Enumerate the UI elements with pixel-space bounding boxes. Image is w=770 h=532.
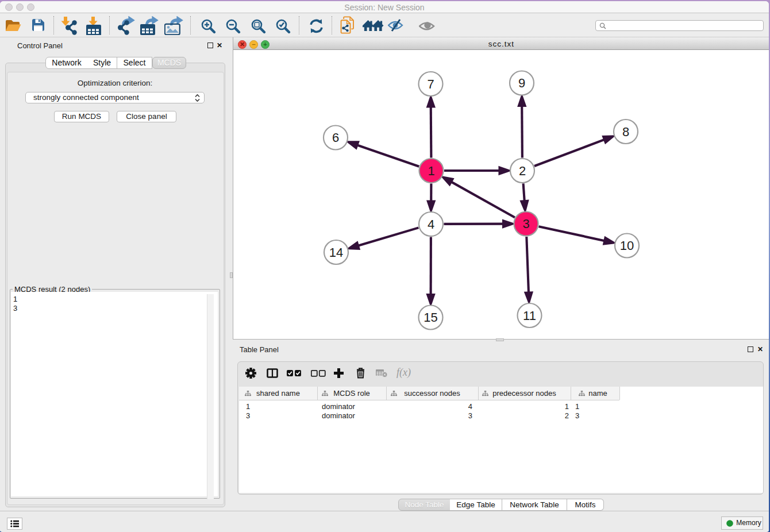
svg-text:14: 14 xyxy=(329,245,343,260)
svg-text:8: 8 xyxy=(622,125,629,139)
svg-text:15: 15 xyxy=(424,310,437,325)
svg-text:11: 11 xyxy=(523,309,536,323)
svg-text:4: 4 xyxy=(428,217,434,232)
svg-text:3: 3 xyxy=(522,217,529,231)
svg-text:2: 2 xyxy=(519,164,526,178)
svg-text:1: 1 xyxy=(428,164,434,178)
svg-text:9: 9 xyxy=(518,76,525,90)
svg-text:6: 6 xyxy=(332,130,339,145)
svg-text:10: 10 xyxy=(620,238,634,253)
svg-text:7: 7 xyxy=(427,77,434,91)
